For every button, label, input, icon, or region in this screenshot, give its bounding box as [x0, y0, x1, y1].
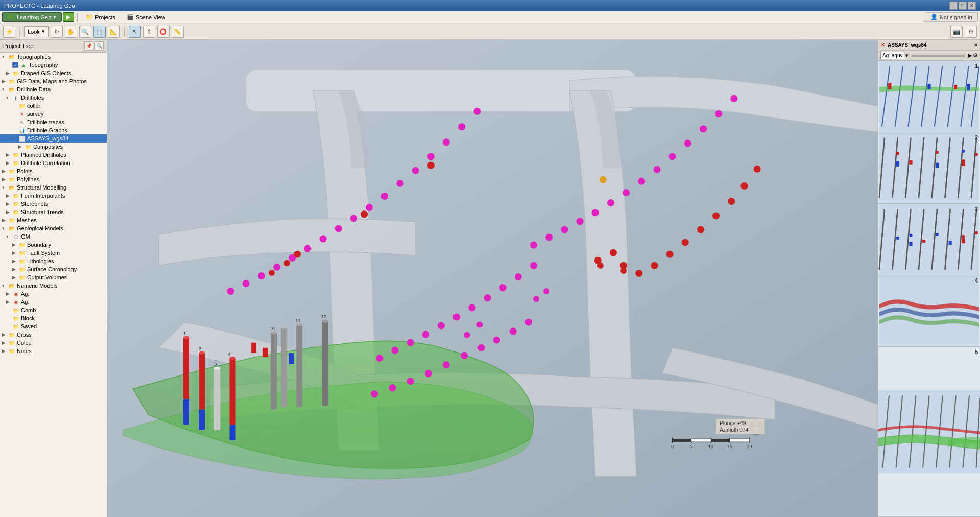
- section-5-svg: [878, 347, 980, 516]
- tb-measure-btn[interactable]: 📐: [108, 26, 120, 38]
- toolbar-action-btn[interactable]: ⚡: [3, 26, 15, 38]
- folder-icon: 📁: [18, 102, 26, 109]
- sidebar-item-points[interactable]: ▶ 📁 Points: [0, 167, 107, 175]
- folder-icon: 📁: [18, 257, 26, 265]
- sidebar-item-polylines[interactable]: ▶ 📁 Polylines: [0, 175, 107, 183]
- svg-text:3: 3: [214, 362, 217, 367]
- sidebar-item-topographies[interactable]: ▾ 📂 Topographies: [0, 53, 107, 61]
- panel-section-3: 3: [878, 204, 980, 275]
- sidebar-label-graphs: Drillhole Graphs: [27, 127, 67, 133]
- sidebar-item-structural-trends[interactable]: ▶ 📁 Structural Trends: [0, 208, 107, 216]
- sidebar-item-comb[interactable]: 📁 Comb: [0, 306, 107, 314]
- sidebar-label-fault: Fault System: [27, 250, 60, 256]
- sidebar-item-structural-modelling[interactable]: ▾ 📂 Structural Modelling: [0, 183, 107, 192]
- sidebar-item-surface-chron[interactable]: ▶ 📁 Surface Chronology: [0, 265, 107, 273]
- sidebar-item-block[interactable]: 📁 Block: [0, 314, 107, 322]
- svg-point-9: [199, 351, 205, 355]
- sidebar-item-assays[interactable]: ▾ ⬜ ASSAYS_wgs84: [0, 134, 107, 143]
- close-button[interactable]: ✕: [968, 2, 976, 10]
- tree-search-btn[interactable]: 🔍: [94, 41, 104, 51]
- svg-point-93: [443, 361, 450, 368]
- assay-slider[interactable]: [912, 55, 965, 57]
- tb-rotate-btn[interactable]: ↻: [51, 26, 63, 38]
- svg-text:5: 5: [690, 444, 692, 449]
- tb-settings-btn[interactable]: ⚙: [965, 26, 977, 38]
- sidebar-label-gm: GM: [21, 233, 30, 240]
- svg-point-79: [391, 347, 398, 354]
- folder-icon: 📁: [8, 78, 15, 85]
- user-icon: 👤: [930, 14, 938, 20]
- sidebar-item-survey[interactable]: ✕ survey: [0, 110, 107, 118]
- vis-checkbox[interactable]: ✓: [12, 62, 18, 68]
- close-x-icon[interactable]: ✕: [880, 41, 886, 49]
- assay-settings-icon[interactable]: ⚙: [973, 52, 978, 59]
- look-dropdown[interactable]: Look ▾: [24, 26, 49, 37]
- sidebar-item-topography[interactable]: ✓ ▲ Topography: [0, 61, 107, 69]
- tb-cursor-btn[interactable]: ↖: [129, 26, 141, 38]
- svg-rect-14: [229, 358, 235, 425]
- maximize-button[interactable]: □: [959, 2, 967, 10]
- sidebar-item-draped-gis[interactable]: ▶ 📁 Draped GIS Objects: [0, 69, 107, 77]
- tb-zoom-btn[interactable]: 🔍: [79, 26, 91, 38]
- minimize-button[interactable]: ─: [949, 2, 958, 10]
- svg-text:2: 2: [199, 346, 201, 351]
- tree-pin-btn[interactable]: 📌: [84, 41, 93, 51]
- sidebar-item-ag1[interactable]: ▶ ◉ Ag.: [0, 290, 107, 298]
- sidebar-item-fault-system[interactable]: ▶ 📁 Fault System: [0, 249, 107, 257]
- sidebar-item-form-interpolants[interactable]: ▶ 📁 Form Interpolants: [0, 192, 107, 200]
- sidebar-item-meshes[interactable]: ▶ 📁 Meshes: [0, 216, 107, 224]
- svg-point-43: [396, 180, 403, 187]
- sidebar-item-saved[interactable]: 📁 Saved: [0, 322, 107, 331]
- sidebar-item-colour[interactable]: ▶ 📁 Colou: [0, 339, 107, 347]
- run-button[interactable]: ▶: [63, 12, 74, 22]
- sidebar-item-output-volumes[interactable]: ▶ 📁 Output Volumes: [0, 273, 107, 281]
- svg-rect-154: [936, 163, 939, 168]
- sidebar-item-gm[interactable]: ▾ ⬡ GM: [0, 232, 107, 241]
- sidebar-label-gis: GIS Data, Maps and Photos: [17, 78, 87, 84]
- sidebar-item-stereonets[interactable]: ▶ 📁 Stereonets: [0, 200, 107, 208]
- svg-point-74: [712, 212, 720, 219]
- sidebar-item-cross[interactable]: ▶ 📁 Cross: [0, 331, 107, 339]
- svg-point-61: [669, 153, 676, 160]
- tb-pan-btn[interactable]: ✋: [65, 26, 77, 38]
- svg-rect-21: [281, 327, 287, 407]
- sidebar-item-gis-data[interactable]: ▶ 📁 GIS Data, Maps and Photos: [0, 77, 107, 85]
- svg-point-35: [273, 264, 280, 271]
- tb-lasso-btn[interactable]: ⭕: [157, 26, 170, 38]
- sidebar-item-drillhole-data[interactable]: ▾ 📂 Drillhole Data: [0, 85, 107, 93]
- leapfrog-menu[interactable]: 🌿 Leapfrog Geo ▾: [2, 12, 62, 22]
- tb-ruler-btn[interactable]: 📏: [172, 26, 184, 38]
- sidebar-item-drillholes[interactable]: ▾ ⫿ Drillholes: [0, 93, 107, 102]
- svg-point-77: [754, 166, 761, 173]
- svg-point-12: [214, 367, 220, 370]
- sidebar-item-dh-correlation[interactable]: ▶ 📁 Drillhole Correlation: [0, 159, 107, 167]
- svg-point-87: [515, 273, 522, 280]
- tb-camera-btn[interactable]: 📷: [950, 26, 963, 38]
- sidebar-item-boundary[interactable]: ▶ 📁 Boundary: [0, 241, 107, 249]
- sidebar-item-lithologies[interactable]: ▶ 📁 Lithologies: [0, 257, 107, 265]
- sign-in-button[interactable]: 👤 Not signed in: [925, 12, 978, 22]
- sidebar-item-geological-models[interactable]: ▾ 📂 Geological Models: [0, 224, 107, 232]
- sidebar-item-ag2[interactable]: ▶ ◉ Ag.: [0, 298, 107, 306]
- sidebar-item-composites[interactable]: ▶ 📁 Composites: [0, 143, 107, 151]
- tb-select-btn[interactable]: ⬚: [93, 26, 106, 38]
- sidebar-item-numeric-models[interactable]: ▾ 📂 Numeric Models: [0, 281, 107, 290]
- 3d-viewport[interactable]: 1 2 3 4 10: [107, 40, 878, 517]
- svg-text:1: 1: [183, 331, 186, 336]
- sidebar-item-dh-graphs[interactable]: 📊 Drillhole Graphs: [0, 126, 107, 134]
- numeric-icon2: ◉: [12, 298, 19, 306]
- svg-point-63: [700, 125, 707, 132]
- assay-play-btn[interactable]: ▶: [968, 52, 972, 59]
- svg-point-82: [438, 322, 445, 330]
- folder-icon: 📁: [8, 176, 15, 183]
- projects-menu[interactable]: 📁 Projects: [81, 13, 121, 21]
- sidebar-item-collar[interactable]: 📁 collar: [0, 102, 107, 110]
- svg-text:10: 10: [270, 326, 275, 331]
- panel-close-btn[interactable]: ✕: [974, 42, 978, 48]
- tb-arrow-btn[interactable]: ⇑: [143, 26, 155, 38]
- scene-view-menu[interactable]: 🎬 Scene View: [122, 13, 171, 21]
- sidebar-item-notes[interactable]: ▶ 📁 Notes: [0, 347, 107, 355]
- sidebar-item-dh-traces[interactable]: ∿ Drillhole traces: [0, 118, 107, 126]
- sidebar-item-planned[interactable]: ▶ 📁 Planned Drillholes: [0, 151, 107, 159]
- sidebar-label-numeric: Numeric Models: [17, 283, 57, 289]
